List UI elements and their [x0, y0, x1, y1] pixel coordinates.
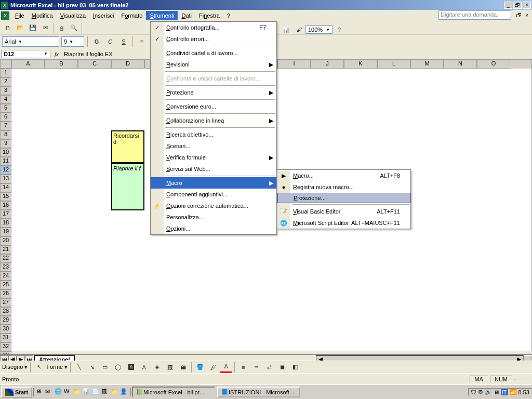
row-header[interactable]: 4 [0, 95, 11, 104]
ql-icon-6[interactable]: 📊 [83, 388, 91, 396]
menu-dati[interactable]: Dati [178, 11, 195, 20]
menu-item[interactable]: Ricerca obiettivo... [151, 129, 276, 140]
menu-item[interactable]: ✓Controllo errori... [151, 33, 276, 45]
tray-clock[interactable]: 8.53 [518, 389, 529, 395]
menu-item[interactable]: Opzioni... [151, 223, 276, 234]
menu-item[interactable]: Conversione euro... [151, 101, 276, 112]
row-header[interactable]: 3 [0, 86, 11, 95]
row-header[interactable]: 10 [0, 148, 11, 157]
row-header[interactable]: 24 [0, 272, 11, 281]
row-header[interactable]: 6 [0, 113, 11, 122]
arrow-style-icon[interactable]: ⇄ [263, 362, 275, 373]
menu-item[interactable]: Macro▶ [151, 177, 276, 189]
row-header[interactable]: 13 [0, 175, 11, 183]
doc-close[interactable]: × [523, 11, 531, 19]
menu-help[interactable]: ? [223, 11, 234, 20]
menu-finestra[interactable]: Finestra [195, 11, 223, 20]
font-color-icon[interactable]: A [220, 362, 232, 373]
ql-icon-4[interactable]: W [64, 388, 72, 396]
arrow-icon[interactable]: ↘ [86, 362, 98, 373]
clipart-icon[interactable]: 🖼 [164, 362, 176, 373]
mail-button[interactable]: ✉ [39, 22, 51, 34]
row-header[interactable]: 7 [0, 122, 11, 130]
italic-button[interactable]: C [104, 36, 116, 47]
row-header[interactable]: 28 [0, 307, 11, 316]
menu-item[interactable]: Protezione▶ [151, 87, 276, 98]
draw-menu[interactable]: Disegno ▾ [2, 364, 28, 370]
print-button[interactable]: 🖨 [56, 22, 67, 34]
new-button[interactable]: 🗋 [2, 22, 14, 34]
menu-item[interactable]: Personalizza... [151, 211, 276, 223]
menu-item[interactable]: Componenti aggiuntivi... [151, 189, 276, 200]
green-note-cell[interactable]: Riaprire il f [111, 163, 144, 210]
menu-item[interactable]: Scenari... [151, 140, 276, 152]
select-objects-icon[interactable]: ↖ [33, 362, 45, 373]
menu-item[interactable]: Revisioni▶ [151, 59, 276, 70]
dash-style-icon[interactable]: ┅ [250, 362, 262, 373]
oval-icon[interactable]: ◯ [112, 362, 124, 373]
restore-button[interactable]: 🗗 [513, 2, 522, 9]
tray-icon-2[interactable]: ⚙ [478, 389, 483, 395]
yellow-note-cell[interactable]: Ricordarsi d [111, 130, 144, 163]
save-button[interactable]: 💾 [27, 22, 38, 34]
workbook-icon[interactable]: X [1, 11, 9, 20]
ql-icon-1[interactable]: 🖥 [36, 388, 44, 396]
ql-icon-3[interactable]: 🌐 [55, 388, 63, 396]
textbox-icon[interactable]: 🅰 [125, 362, 137, 373]
name-box[interactable]: D12▼ [1, 50, 50, 58]
help-button[interactable]: ? [334, 24, 345, 35]
column-header[interactable]: I [277, 60, 311, 69]
zoom-combo[interactable]: 100%▼ [305, 25, 332, 34]
menu-item[interactable]: ✓Controllo ortografia...F7 [151, 22, 276, 33]
ql-icon-10[interactable]: 👤 [120, 388, 128, 396]
menu-item[interactable]: ⚡Opzioni correzione automatica... [151, 200, 276, 211]
underline-button[interactable]: S [118, 36, 129, 47]
bold-button[interactable]: G [91, 36, 102, 47]
line-color-icon[interactable]: 🖊 [207, 362, 219, 373]
column-header[interactable]: N [444, 60, 477, 69]
row-header[interactable]: 22 [0, 254, 11, 263]
row-header[interactable]: 9 [0, 139, 11, 148]
menu-item[interactable]: Protezione... [277, 193, 410, 203]
column-header[interactable]: C [78, 60, 111, 69]
row-header[interactable]: 14 [0, 183, 11, 192]
column-header[interactable]: J [311, 60, 344, 69]
row-header[interactable]: 5 [0, 104, 11, 113]
menu-formato[interactable]: Formato [117, 11, 146, 20]
menu-item[interactable]: 📝Visual Basic EditorALT+F11 [277, 206, 410, 217]
row-header[interactable]: 1 [0, 69, 11, 77]
drawing-button[interactable]: 🖌 [293, 24, 304, 35]
font-combo[interactable]: Arial▼ [2, 36, 59, 47]
column-header[interactable]: L [377, 60, 410, 69]
wordart-icon[interactable]: A [138, 362, 150, 373]
row-header[interactable]: 31 [0, 334, 11, 342]
column-header[interactable]: K [344, 60, 377, 69]
chart-button[interactable]: 📊 [281, 24, 292, 35]
close-button[interactable]: × [523, 2, 531, 9]
ql-icon-8[interactable]: 🖼 [101, 388, 110, 396]
menu-item[interactable]: 🌐Microsoft Script EditorALT+MAIUSC+F11 [277, 217, 410, 229]
ask-question-box[interactable]: Digitare una domanda. [438, 10, 511, 20]
minimize-button[interactable]: _ [504, 2, 512, 9]
font-size-combo[interactable]: 9▼ [61, 36, 84, 47]
tray-lang[interactable]: IT [501, 389, 508, 395]
rectangle-icon[interactable]: ▭ [99, 362, 111, 373]
row-header[interactable]: 23 [0, 263, 11, 272]
open-button[interactable]: 📂 [15, 22, 26, 34]
tray-icon-1[interactable]: 🛡 [471, 389, 476, 395]
menu-item[interactable]: Condividi cartella di lavoro... [151, 47, 276, 59]
taskbar-excel[interactable]: 📗 Microsoft Excel - bil pr... [132, 387, 215, 397]
line-icon[interactable]: ╲ [73, 362, 85, 373]
column-header[interactable]: M [410, 60, 444, 69]
tray-icon-3[interactable]: 🔊 [485, 389, 492, 395]
fill-color-icon[interactable]: 🪣 [194, 362, 206, 373]
row-header[interactable]: 2 [0, 77, 11, 86]
column-header[interactable]: B [45, 60, 78, 69]
autoshapes-menu[interactable]: Forme ▾ [46, 364, 68, 370]
tray-icon-4[interactable]: 🖥 [494, 389, 499, 395]
column-header[interactable]: D [111, 60, 144, 69]
align-left-button[interactable]: ≡ [136, 36, 148, 47]
ql-icon-9[interactable]: 📁 [111, 388, 119, 396]
ql-icon-5[interactable]: 📁 [73, 388, 82, 396]
row-header[interactable]: 21 [0, 245, 11, 254]
